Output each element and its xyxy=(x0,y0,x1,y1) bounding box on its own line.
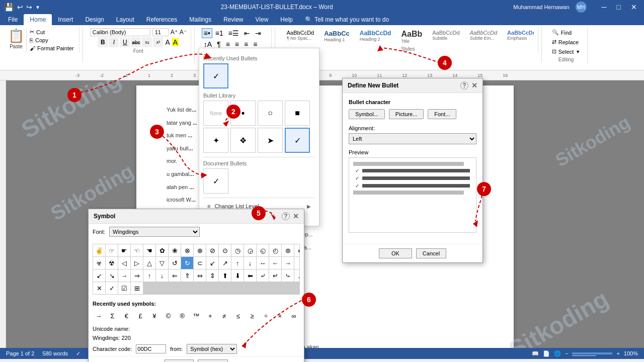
decrease-indent-btn[interactable]: ⇤ xyxy=(242,28,252,38)
symbol-cell[interactable]: ☑ xyxy=(118,282,130,294)
symbol-cell[interactable]: ⬅ xyxy=(244,269,256,282)
bullet-check[interactable]: ✓ xyxy=(285,128,310,153)
symbol-cell[interactable]: ⇕ xyxy=(206,269,218,282)
define-bullet-ok-btn[interactable]: OK xyxy=(379,248,412,258)
tab-layout[interactable]: Layout xyxy=(110,14,140,25)
symbol-cell[interactable]: ⊂ xyxy=(194,257,206,269)
tab-help[interactable]: Help xyxy=(274,14,299,25)
redo-btn[interactable]: ↪ xyxy=(26,3,32,11)
symbol-cell[interactable]: △ xyxy=(143,257,155,269)
symbol-cell[interactable]: ☣ xyxy=(93,257,105,269)
recent-symbol[interactable]: Σ xyxy=(107,310,119,322)
symbol-cell[interactable]: ✿ xyxy=(156,244,168,256)
symbol-cell[interactable]: ↙ xyxy=(93,269,105,282)
symbol-cell[interactable]: ↓ xyxy=(244,257,256,269)
symbol-cell[interactable]: ← xyxy=(269,257,281,269)
symbol-cell[interactable]: ↓ xyxy=(156,269,168,282)
style-title[interactable]: AaBb Title xyxy=(396,28,427,45)
font-btn[interactable]: Font... xyxy=(428,109,456,119)
symbol-btn[interactable]: Symbol... xyxy=(349,109,385,119)
symbol-cell[interactable]: ◶ xyxy=(244,244,256,256)
picture-btn[interactable]: Picture... xyxy=(389,109,424,119)
tab-references[interactable]: References xyxy=(140,14,183,25)
zoom-out-btn[interactable]: − xyxy=(565,350,568,357)
tab-design[interactable]: Design xyxy=(79,14,110,25)
symbol-cell[interactable]: ☛ xyxy=(118,244,130,256)
recent-symbol[interactable]: ÷ xyxy=(260,310,272,322)
symbol-cell[interactable]: ⇑ xyxy=(181,269,193,282)
symbol-cell[interactable]: ❀ xyxy=(169,244,181,256)
bullet-circle[interactable]: ○ xyxy=(258,101,283,126)
symbol-ok-btn[interactable]: OK xyxy=(165,359,194,362)
recent-symbol[interactable]: × xyxy=(274,310,286,322)
replace-btn[interactable]: ⇄Replace xyxy=(549,38,584,46)
font-color-btn[interactable]: A xyxy=(164,38,171,46)
tab-insert[interactable]: Insert xyxy=(52,14,79,25)
define-bullet-cancel-btn[interactable]: Cancel xyxy=(416,248,446,258)
dialog-help-btn[interactable]: ? xyxy=(460,81,468,89)
recent-symbol[interactable]: ® xyxy=(176,310,188,322)
style-normal[interactable]: AaBbCcDd ¶ No Spac... xyxy=(282,28,318,45)
close-btn[interactable]: ✕ xyxy=(628,3,640,11)
format-painter-btn[interactable]: 🖌Format Painter xyxy=(29,45,75,52)
symbol-cell[interactable]: ▷ xyxy=(131,257,143,269)
style-emphasis[interactable]: AaBbCcDd Emphasis xyxy=(503,28,534,45)
zoom-slider[interactable]: ────── xyxy=(572,352,612,354)
multilevel-btn[interactable]: ≡☰ xyxy=(226,28,241,38)
style-subtle-em[interactable]: AaBbCcDd Subtle Em... xyxy=(465,28,502,45)
symbol-cell[interactable]: ↵ xyxy=(269,269,281,282)
recent-symbol[interactable]: ≤ xyxy=(232,310,244,322)
zoom-in-btn[interactable]: + xyxy=(616,350,619,357)
read-mode-btn[interactable]: 📖 xyxy=(532,350,539,357)
char-code-input[interactable] xyxy=(136,344,166,353)
spell-check-icon[interactable]: ✓ xyxy=(76,350,80,357)
symbol-cell[interactable]: → xyxy=(282,257,294,269)
underline-btn[interactable]: U xyxy=(120,37,130,47)
highlight-btn[interactable]: A xyxy=(172,38,179,46)
recent-symbol[interactable]: € xyxy=(120,310,132,322)
symbol-cell[interactable]: ◷ xyxy=(231,244,244,256)
symbol-cell[interactable]: ✓ xyxy=(106,282,118,294)
font-size-input[interactable] xyxy=(152,28,169,36)
style-subtitle[interactable]: AaBbCcDd Subtitle xyxy=(428,28,464,45)
symbol-cell[interactable]: ⊗ xyxy=(181,244,193,256)
symbol-cell[interactable]: ☻ xyxy=(294,244,300,256)
symbol-cell[interactable]: ✕ xyxy=(93,282,105,294)
symbol-cell[interactable]: ☜ xyxy=(131,244,143,256)
recent-symbol[interactable]: © xyxy=(163,310,175,322)
print-layout-btn[interactable]: 📄 xyxy=(543,350,550,357)
symbol-cell[interactable]: ⊛ xyxy=(282,244,294,256)
from-select[interactable]: Symbol (hex) Unicode (hex) xyxy=(187,344,237,354)
recent-symbol[interactable]: ≠ xyxy=(218,310,230,322)
bullet-arrow[interactable]: ➤ xyxy=(258,128,283,153)
symbol-cell[interactable]: ▽ xyxy=(156,257,168,269)
font-grow-btn[interactable]: A⁺ xyxy=(171,29,178,36)
symbol-cell[interactable]: ⬆ xyxy=(219,269,231,282)
symbol-cell[interactable]: ☢ xyxy=(106,257,118,269)
symbol-cell[interactable]: ↔ xyxy=(257,257,269,269)
increase-indent-btn[interactable]: ⇥ xyxy=(253,28,263,38)
bullet-cross[interactable]: ❖ xyxy=(230,128,256,153)
symbol-close-btn[interactable]: ✕ xyxy=(293,212,299,220)
recent-symbol[interactable]: ™ xyxy=(190,310,202,322)
find-btn[interactable]: 🔍Find xyxy=(549,28,584,37)
symbol-cell[interactable]: ⊕ xyxy=(194,244,206,256)
symbol-cell[interactable]: → xyxy=(118,269,130,282)
symbol-cell[interactable]: ☚ xyxy=(143,244,155,256)
symbol-cell[interactable]: ↘ xyxy=(106,269,118,282)
recent-symbol[interactable]: ≥ xyxy=(246,310,258,322)
web-layout-btn[interactable]: 🌐 xyxy=(554,350,561,357)
alignment-select[interactable]: Left Center Right xyxy=(349,133,476,144)
copy-btn[interactable]: ⎘Copy xyxy=(29,37,75,44)
bullets-btn[interactable]: ≡• xyxy=(202,28,212,38)
tab-view[interactable]: View xyxy=(250,14,275,25)
symbol-cancel-btn[interactable]: Cancel xyxy=(198,359,228,362)
symbol-cell[interactable]: ⊞ xyxy=(131,282,143,294)
symbol-cell[interactable]: ⇔ xyxy=(194,269,206,282)
symbol-cell[interactable]: ↑ xyxy=(294,257,300,269)
style-heading1[interactable]: AaBbCc Heading 1 xyxy=(319,28,354,45)
symbol-cell-selected[interactable]: ↻ xyxy=(181,257,193,269)
symbol-cell[interactable]: ◴ xyxy=(269,244,281,256)
tab-mailings[interactable]: Mailings xyxy=(183,14,217,25)
symbol-cell[interactable]: ↑ xyxy=(231,257,244,269)
